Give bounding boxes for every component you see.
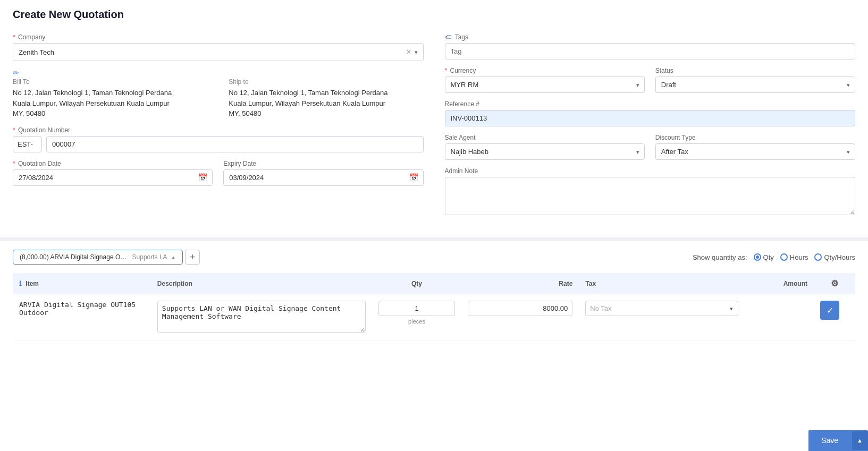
qty-radio[interactable]: Qty xyxy=(754,253,774,261)
status-label: Status xyxy=(655,67,855,74)
expiry-date-input[interactable] xyxy=(223,169,423,186)
reference-label: Reference # xyxy=(445,100,856,108)
tab-pill-sublabel: Supports LAN ... xyxy=(132,253,168,261)
chevron-down-icon: ▾ xyxy=(415,49,418,56)
info-icon: ℹ xyxy=(19,280,22,287)
save-button[interactable]: Save xyxy=(808,430,851,451)
quotation-prefix-input[interactable] xyxy=(13,136,42,152)
col-tax: Tax xyxy=(579,273,745,294)
tags-label: 🏷 Tags xyxy=(445,33,856,41)
save-bar: Save ▲ xyxy=(808,430,868,451)
bill-to-label: Bill To xyxy=(13,78,207,86)
col-actions: ⚙ xyxy=(814,273,855,294)
admin-note-input[interactable] xyxy=(445,177,856,215)
admin-note-label: Admin Note xyxy=(445,167,856,175)
items-tab[interactable]: (8,000.00) ARVIA Digital Signage OUT105 … xyxy=(13,250,183,265)
item-name-input[interactable]: ARVIA Digital Signage OUT105 Outdoor xyxy=(19,301,145,333)
item-rate-cell xyxy=(461,294,579,341)
item-rate-input[interactable] xyxy=(468,301,572,316)
page-title: Create New Quotation xyxy=(13,8,855,21)
hours-radio-btn[interactable] xyxy=(780,253,788,261)
sale-agent-select[interactable]: Najib Habeb xyxy=(445,143,645,160)
qty-label: Qty xyxy=(763,253,774,261)
sale-agent-label: Sale Agent xyxy=(445,134,645,141)
quotation-date-label: * Quotation Date xyxy=(13,160,213,167)
reference-input[interactable] xyxy=(445,110,856,126)
item-qty-input[interactable] xyxy=(378,301,456,316)
status-select[interactable]: Draft xyxy=(655,76,855,93)
hours-label: Hours xyxy=(790,253,808,261)
discount-type-label: Discount Type xyxy=(655,134,855,141)
qty-hours-radio-btn[interactable] xyxy=(814,253,822,261)
add-tab-button[interactable]: + xyxy=(185,250,200,265)
table-row: ARVIA Digital Signage OUT105 Outdoor Sup… xyxy=(13,294,855,341)
qty-hours-radio[interactable]: Qty/Hours xyxy=(814,253,855,261)
ship-to-label: Ship to xyxy=(229,78,423,86)
item-description-input[interactable]: Supports LAN or WAN Digital Signage Cont… xyxy=(157,301,366,333)
quotation-number-label: * Quotation Number xyxy=(13,126,424,134)
quotation-number-input[interactable] xyxy=(46,136,424,152)
hours-radio[interactable]: Hours xyxy=(780,253,808,261)
company-clear-icon[interactable]: × xyxy=(406,47,411,57)
qty-unit-label: pieces xyxy=(378,318,456,325)
currency-label: * Currency xyxy=(445,67,645,74)
gear-icon[interactable]: ⚙ xyxy=(831,279,838,288)
item-amount-cell xyxy=(745,294,814,341)
item-confirm-cell: ✓ xyxy=(814,294,855,341)
item-qty-cell: pieces xyxy=(372,294,462,341)
confirm-row-button[interactable]: ✓ xyxy=(820,301,839,320)
col-rate: Rate xyxy=(461,273,579,294)
quotation-date-input[interactable] xyxy=(13,169,213,186)
col-item: ℹ Item xyxy=(13,273,151,294)
item-tax-cell: No Tax ▾ xyxy=(579,294,745,341)
expiry-date-label: Expiry Date xyxy=(223,160,423,167)
tab-pill-text: (8,000.00) ARVIA Digital Signage OUT105 … xyxy=(20,253,129,261)
company-select[interactable]: Zenith Tech × ▾ xyxy=(13,43,424,61)
bill-to-address: No 12, Jalan Teknologi 1, Taman Teknolog… xyxy=(13,88,207,119)
qty-radio-btn[interactable] xyxy=(754,253,761,261)
items-table: ℹ Item Description Qty Rate Tax Amount ⚙ xyxy=(13,273,855,341)
item-tax-select[interactable]: No Tax xyxy=(585,301,738,316)
discount-type-select[interactable]: After Tax xyxy=(655,143,855,160)
col-qty: Qty xyxy=(372,273,462,294)
currency-select[interactable]: MYR RM xyxy=(445,76,645,93)
chevron-up-icon: ▲ xyxy=(171,254,176,260)
show-qty-label: Show quantity as: xyxy=(693,253,747,261)
tags-input[interactable] xyxy=(445,43,856,59)
item-name-cell: ARVIA Digital Signage OUT105 Outdoor xyxy=(13,294,151,341)
item-description-cell: Supports LAN or WAN Digital Signage Cont… xyxy=(151,294,372,341)
ship-to-address: No 12, Jalan Teknologi 1, Taman Teknolog… xyxy=(229,88,423,119)
qty-hours-label: Qty/Hours xyxy=(824,253,855,261)
company-value: Zenith Tech xyxy=(19,48,406,56)
col-amount: Amount xyxy=(745,273,814,294)
edit-icon[interactable]: ✏ xyxy=(13,69,19,77)
save-chevron-button[interactable]: ▲ xyxy=(851,431,868,450)
col-description: Description xyxy=(151,273,372,294)
company-label: * Company xyxy=(13,33,424,41)
